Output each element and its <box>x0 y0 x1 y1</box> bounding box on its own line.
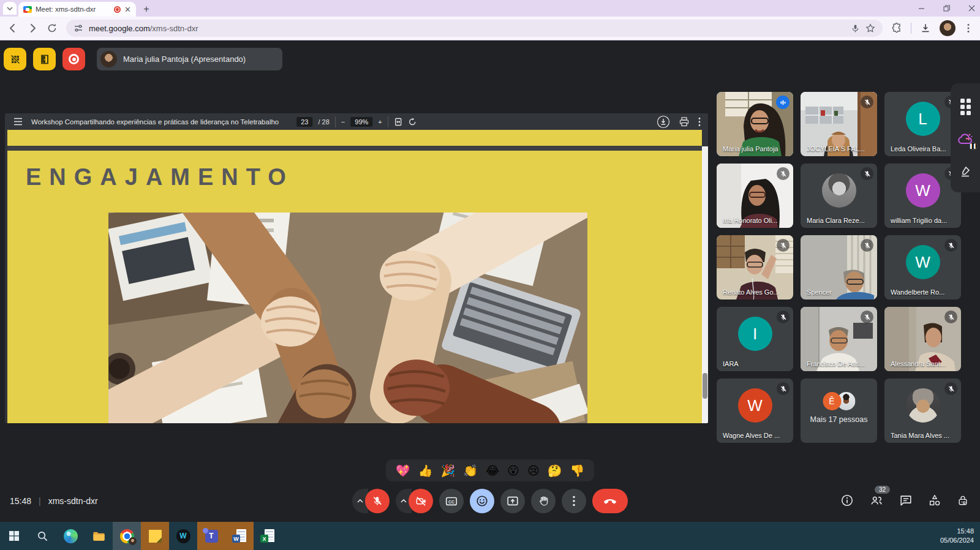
participant-tile[interactable]: W Wandelberte Ro... <box>884 235 961 299</box>
grid-slash-icon <box>10 54 21 65</box>
teams-icon: T <box>205 530 218 543</box>
recording-button[interactable] <box>62 48 85 70</box>
tab-search-button[interactable] <box>3 2 17 15</box>
pdf-scrollbar[interactable] <box>702 146 708 423</box>
address-bar[interactable]: meet.google.com/xms-sdtn-dxr <box>66 20 883 37</box>
participant-tile[interactable]: Francisco De Ass... <box>801 307 877 371</box>
avatar-letter: I <box>753 325 757 344</box>
reaction-clap[interactable]: 👏 <box>463 464 478 478</box>
rotate-icon[interactable] <box>408 118 417 126</box>
restore-icon[interactable] <box>943 5 950 12</box>
site-settings-icon[interactable] <box>74 23 83 33</box>
zoom-out-button[interactable]: − <box>341 118 345 126</box>
fit-page-icon[interactable] <box>394 118 402 126</box>
browser-menu-icon[interactable] <box>964 23 973 33</box>
download-icon[interactable] <box>657 115 670 129</box>
print-icon[interactable] <box>679 117 689 127</box>
back-icon[interactable] <box>7 23 18 34</box>
participant-tile[interactable]: Tania Mara Alves ... <box>884 379 961 443</box>
meeting-info: 15:48 | xms-sdtn-dxr <box>10 496 98 506</box>
page-number-input[interactable]: 23 <box>296 117 312 127</box>
reaction-thumbs-down[interactable]: 👎 <box>570 464 584 478</box>
meeting-details-button[interactable] <box>840 494 854 510</box>
participant-tile[interactable]: Spencer <box>801 235 877 299</box>
forward-icon[interactable] <box>27 23 38 34</box>
reaction-thumbs-up[interactable]: 👍 <box>418 464 433 478</box>
taskbar-clock[interactable]: 15:48 05/06/2024 <box>940 522 980 550</box>
reaction-party[interactable]: 🎉 <box>440 464 455 478</box>
extensions-icon[interactable] <box>891 23 902 34</box>
participant-tile[interactable]: Renato Alves Go... <box>717 235 793 299</box>
people-button[interactable]: 32 <box>869 494 884 510</box>
browser-tab[interactable]: Meet: xms-sdtn-dxr ✕ <box>18 2 136 17</box>
mic-mute-button[interactable] <box>365 489 390 513</box>
reaction-heart[interactable]: 💖 <box>396 464 410 478</box>
extension-door-button[interactable] <box>33 48 56 70</box>
host-controls-button[interactable] <box>957 494 969 510</box>
downloads-icon[interactable] <box>920 23 931 34</box>
zoom-level-input[interactable]: 99% <box>350 117 372 127</box>
new-tab-button[interactable]: + <box>141 4 152 15</box>
taskbar-search-button[interactable] <box>28 522 56 550</box>
present-button[interactable] <box>500 489 525 513</box>
profile-avatar[interactable] <box>940 20 956 36</box>
bookmark-star-icon[interactable] <box>865 23 875 33</box>
more-options-button[interactable] <box>562 489 586 513</box>
participant-tile[interactable]: JOCYLEIA S FAL... <box>801 92 877 156</box>
pause-badge-icon: ▌▌ <box>970 142 978 150</box>
reaction-thinking[interactable]: 🤔 <box>548 464 562 478</box>
chat-button[interactable] <box>899 494 913 510</box>
participant-tile[interactable]: I IARA <box>717 307 793 371</box>
participant-name: Francisco De Ass... <box>807 360 873 367</box>
reactions-button[interactable] <box>470 489 494 513</box>
taskbar-file-explorer[interactable] <box>85 522 113 550</box>
participant-tile[interactable]: Alessandra Sant... <box>884 307 961 371</box>
pdf-scroll-thumb[interactable] <box>703 373 707 399</box>
meet-favicon <box>23 6 32 13</box>
extension-grid-off-button[interactable] <box>4 48 26 70</box>
participant-tile[interactable]: W Wagne Alves De ... <box>717 379 793 443</box>
taskbar-webex[interactable]: W <box>169 522 197 550</box>
participant-tile[interactable]: Maria Clara Reze... <box>801 164 877 228</box>
taskbar-excel[interactable]: X <box>254 522 282 550</box>
participant-tile[interactable]: Maria julia Pantoja <box>717 92 793 156</box>
zoom-in-button[interactable]: + <box>378 118 382 126</box>
overflow-tile[interactable]: Ê Mais 17 pessoas <box>801 379 877 443</box>
activities-button[interactable] <box>928 494 941 510</box>
camera-control-group <box>396 489 433 513</box>
reload-icon[interactable] <box>47 23 58 34</box>
reaction-surprised[interactable]: 😮 <box>507 464 519 477</box>
participant-tile[interactable]: Irla Honorato Oli... <box>717 164 793 228</box>
close-icon[interactable] <box>968 5 975 12</box>
clock-time: 15:48 <box>940 527 974 536</box>
extension-cloud-icon[interactable]: ▌▌ <box>957 133 973 148</box>
slide-title: ENGAJAMENTO <box>26 164 294 190</box>
participant-tile[interactable]: W william Trigilio da... <box>884 164 961 228</box>
side-rail: ▌▌ <box>951 83 980 192</box>
menu-icon[interactable] <box>13 118 23 126</box>
taskbar-edge[interactable] <box>56 522 85 550</box>
tab-close-icon[interactable]: ✕ <box>124 6 131 13</box>
mic-off-icon <box>777 382 790 395</box>
participant-tile[interactable]: L Leda Oliveira Ba... <box>884 92 961 156</box>
taskbar-word[interactable]: W <box>225 522 254 550</box>
svg-text:CC: CC <box>448 500 454 504</box>
pdf-more-icon[interactable] <box>698 117 701 127</box>
taskbar-sticky-notes[interactable] <box>141 522 169 550</box>
presenter-pill[interactable]: Maria julia Pantoja (Apresentando) <box>97 48 282 70</box>
taskbar-teams[interactable]: T <box>197 522 225 550</box>
highlighter-icon[interactable] <box>959 165 971 178</box>
reaction-cry[interactable]: 😢 <box>527 464 540 477</box>
avatar-letter: W <box>915 253 930 272</box>
reaction-laugh[interactable]: 😂 <box>486 464 499 477</box>
webex-icon: W <box>176 529 190 543</box>
minimize-icon[interactable] <box>918 5 925 12</box>
apps-grid-icon[interactable] <box>960 99 971 115</box>
voice-search-icon[interactable] <box>851 24 860 33</box>
end-call-button[interactable] <box>592 489 628 513</box>
raise-hand-button[interactable] <box>531 489 556 513</box>
camera-off-button[interactable] <box>409 489 433 513</box>
captions-button[interactable]: CC <box>439 489 464 513</box>
start-button[interactable] <box>0 522 28 550</box>
taskbar-chrome[interactable] <box>113 522 141 550</box>
